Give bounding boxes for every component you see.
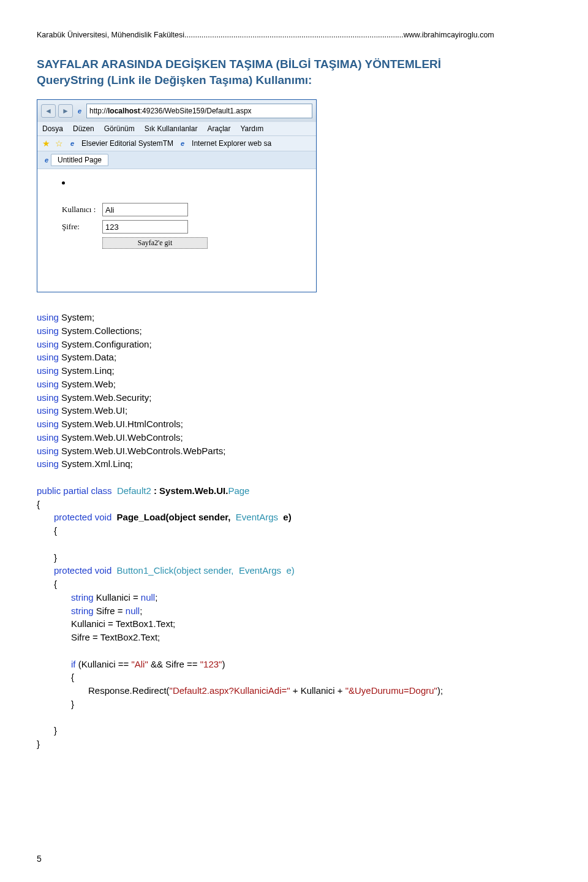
kw-using: using (37, 365, 59, 376)
pass-input[interactable] (102, 220, 188, 234)
pl-e: e) (283, 512, 291, 522)
fav-icon-1: e (68, 139, 77, 148)
brace-close: } (37, 724, 551, 737)
kw-public-partial-class: public partial class (37, 485, 112, 496)
kw-protected-void: protected void (54, 565, 111, 576)
btnclick-sig: Button1_Click(object sender, (117, 565, 234, 576)
class-name: Default2 (117, 485, 151, 496)
semi: ; (92, 312, 94, 322)
semi: ; (149, 339, 151, 349)
kw-string: string (71, 606, 94, 616)
ns-5: System.Web (61, 379, 113, 389)
kw-using: using (37, 312, 59, 322)
menu-edit[interactable]: Düzen (73, 124, 94, 133)
url-prefix: http:// (89, 107, 108, 115)
ie-icon: e (75, 107, 84, 115)
kw-using: using (37, 325, 59, 336)
btn-e: e) (286, 565, 294, 576)
kullanici-decl: Kullanici = (94, 592, 141, 603)
kw-using: using (37, 339, 59, 349)
bullet-icon (62, 181, 65, 184)
ns-4: System.Linq (61, 365, 112, 376)
ns-8: System.Web.UI.HtmlControls (61, 419, 181, 429)
browser-screenshot: ◄ ► e http://localhost:49236/WebSite159/… (37, 99, 317, 292)
user-input[interactable] (102, 203, 188, 216)
ns-9: System.Web.UI.WebControls (61, 432, 181, 443)
forward-button[interactable]: ► (58, 104, 73, 118)
menu-tools[interactable]: Araçlar (207, 124, 230, 133)
semi: ; (181, 419, 183, 429)
class-page: Page (228, 485, 249, 496)
brace-open: { (37, 524, 551, 538)
address-bar[interactable]: http://localhost:49236/WebSite159/Defaul… (86, 104, 312, 118)
kw-using: using (37, 458, 59, 469)
brace-close: } (37, 551, 551, 565)
kw-protected-void: protected void (54, 512, 111, 522)
user-label: Kullanıcı : (62, 205, 102, 215)
star-add-icon[interactable]: ☆ (55, 139, 63, 148)
brace-open: { (37, 498, 551, 511)
doc-subtitle: QueryString (Link ile Değişken Taşıma) K… (37, 74, 551, 87)
menu-file[interactable]: Dosya (42, 124, 63, 133)
semi: ; (140, 606, 142, 616)
page-header: Karabük Üniversitesi, Mühendislik Fakült… (37, 31, 551, 39)
pass-label: Şifre: (62, 222, 102, 232)
code-block: using System; using System.Collections; … (37, 311, 551, 751)
back-button[interactable]: ◄ (41, 104, 56, 118)
doc-title: SAYFALAR ARASINDA DEGİŞKEN TAŞIMA (BİLGİ… (37, 58, 551, 71)
brace-open: { (37, 671, 551, 684)
semi: ; (130, 458, 133, 469)
brace-close: } (37, 698, 551, 711)
kullanici-assign: Kullanici = TextBox1.Text; (37, 617, 551, 631)
ns-11: System.Xml.Linq (61, 458, 130, 469)
page-body: Kullanıcı : Şifre: Sayfa2'e git (37, 169, 316, 292)
kw-using: using (37, 392, 59, 403)
semi: ; (113, 379, 116, 389)
redirect-end: ); (437, 685, 443, 696)
ns-1: System.Collections (61, 325, 140, 336)
eventargs-1: EventArgs (236, 512, 278, 522)
semi: ; (155, 592, 157, 603)
if-open: (Kullanici == (76, 659, 132, 669)
fav-link-1[interactable]: Elsevier Editorial SystemTM (81, 139, 173, 148)
sifre-assign: Sifre = TextBox2.Text; (37, 631, 551, 644)
kw-using: using (37, 432, 59, 443)
semi: ; (149, 392, 151, 403)
kw-string: string (71, 592, 94, 603)
redirect-call: Response.Redirect( (88, 685, 170, 696)
ns-3: System.Data (61, 352, 114, 362)
menu-favorites[interactable]: Sık Kullanılanlar (145, 124, 198, 133)
ns-0: System (61, 312, 92, 322)
if-str1: "Ali" (131, 659, 148, 669)
ns-6: System.Web.Security (61, 392, 149, 403)
semi: ; (181, 432, 183, 443)
ns-7: System.Web.UI (61, 405, 125, 416)
kw-null-2: null (126, 606, 140, 616)
semi: ; (140, 325, 142, 336)
kw-using: using (37, 446, 59, 456)
if-str2: "123" (200, 659, 222, 669)
menu-view[interactable]: Görünüm (104, 124, 135, 133)
semi: ; (125, 405, 127, 416)
browser-tab[interactable]: Untitled Page (51, 154, 108, 166)
kw-using: using (37, 352, 59, 362)
tab-ie-icon: e (42, 156, 51, 164)
kw-using: using (37, 419, 59, 429)
redirect-mid1: + Kullanici + (290, 685, 345, 696)
fav-icon-2: e (178, 139, 187, 148)
redirect-str2: "&UyeDurumu=Dogru" (345, 685, 437, 696)
brace-open: { (37, 577, 551, 591)
semi: ; (112, 365, 115, 376)
kw-if: if (71, 659, 76, 669)
fav-link-2[interactable]: Internet Explorer web sa (192, 139, 271, 148)
star-icon[interactable]: ★ (42, 139, 50, 148)
brace-close: } (37, 737, 551, 751)
semi: ; (114, 352, 116, 362)
class-inherits: : System.Web.UI. (154, 485, 228, 496)
ns-10: System.Web.UI.WebControls.WebParts (61, 446, 223, 456)
kw-using: using (37, 379, 59, 389)
menu-help[interactable]: Yardım (240, 124, 263, 133)
page-number: 5 (37, 854, 42, 864)
submit-button[interactable]: Sayfa2'e git (102, 237, 208, 249)
if-close: ) (222, 659, 225, 669)
